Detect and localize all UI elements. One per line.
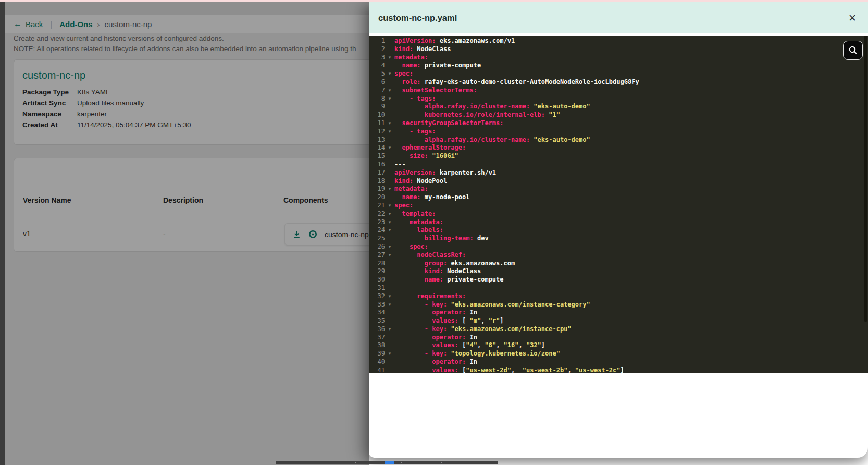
- yaml-code-editor[interactable]: 1apiVersion: eks.amazonaws.com/v12kind: …: [369, 36, 868, 373]
- fold-toggle-icon[interactable]: ▾: [385, 119, 394, 128]
- code-line: 11▾ securityGroupSelectorTerms:: [369, 119, 868, 128]
- code-line: 29 kind: NodeClass: [369, 267, 868, 276]
- line-number: 19: [369, 185, 385, 193]
- search-button[interactable]: [843, 41, 863, 60]
- fold-spacer: [385, 193, 394, 202]
- code-line: 39▾ - key: "topology.kubernetes.io/zone": [369, 350, 868, 358]
- code-line: 35 values: [ "m", "r"]: [369, 317, 868, 325]
- fold-toggle-icon[interactable]: ▾: [385, 243, 394, 251]
- code-text: securityGroupSelectorTerms:: [394, 119, 504, 128]
- fold-spacer: [385, 62, 394, 70]
- code-line: 33▾ - key: "eks.amazonaws.com/instance-c…: [369, 301, 868, 309]
- code-text: labels:: [394, 226, 443, 235]
- line-number: 10: [369, 111, 385, 119]
- line-number: 13: [369, 136, 385, 144]
- fold-toggle-icon[interactable]: ▾: [385, 95, 394, 103]
- code-text: metadata:: [394, 54, 428, 62]
- code-line: 23▾ metadata:: [369, 218, 868, 227]
- fold-toggle-icon[interactable]: ▾: [385, 128, 394, 136]
- editor-scrollbar[interactable]: [864, 36, 867, 322]
- line-number: 8: [369, 95, 385, 103]
- fold-toggle-icon[interactable]: ▾: [385, 54, 394, 62]
- fold-toggle-icon[interactable]: ▾: [385, 226, 394, 235]
- fold-toggle-icon[interactable]: ▾: [385, 210, 394, 218]
- line-number: 22: [369, 210, 385, 218]
- line-number: 11: [369, 119, 385, 128]
- fold-toggle-icon[interactable]: ▾: [385, 144, 394, 152]
- line-number: 21: [369, 202, 385, 210]
- close-icon[interactable]: ✕: [846, 12, 859, 24]
- code-line: 16---: [369, 161, 868, 169]
- code-text: metadata:: [394, 218, 443, 227]
- line-number: 16: [369, 161, 385, 169]
- code-text: - key: "topology.kubernetes.io/zone": [394, 350, 560, 358]
- code-line: 36▾ - key: "eks.amazonaws.com/instance-c…: [369, 325, 868, 334]
- line-number: 14: [369, 144, 385, 152]
- code-line: 12▾ - tags:: [369, 128, 868, 136]
- code-text: name: private-compute: [394, 62, 481, 70]
- code-line: 8▾ - tags:: [369, 95, 868, 103]
- fold-spacer: [385, 284, 394, 292]
- fold-spacer: [385, 267, 394, 276]
- modal-dim-overlay[interactable]: [0, 2, 369, 465]
- fold-toggle-icon[interactable]: ▾: [385, 87, 394, 95]
- fold-spacer: [385, 235, 394, 243]
- code-text: kind: NodeClass: [394, 45, 451, 54]
- code-text: - key: "eks.amazonaws.com/instance-cpu": [394, 325, 572, 334]
- fold-spacer: [385, 78, 394, 87]
- line-number: 17: [369, 169, 385, 177]
- line-number: 26: [369, 243, 385, 251]
- code-line: 7▾ subnetSelectorTerms:: [369, 87, 868, 95]
- code-text: - tags:: [394, 128, 436, 136]
- code-line: 25 billing-team: dev: [369, 235, 868, 243]
- line-number: 30: [369, 276, 385, 284]
- fold-toggle-icon[interactable]: ▾: [385, 251, 394, 260]
- code-line: 10 kubernetes.io/role/internal-elb: "1": [369, 111, 868, 119]
- fold-spacer: [385, 111, 394, 119]
- code-text: ---: [394, 161, 406, 169]
- line-number: 6: [369, 78, 385, 87]
- code-line: 5▾spec:: [369, 70, 868, 78]
- fold-spacer: [385, 152, 394, 161]
- code-line: 27▾ nodeClassRef:: [369, 251, 868, 260]
- fold-spacer: [385, 260, 394, 268]
- fold-toggle-icon[interactable]: ▾: [385, 325, 394, 334]
- fold-spacer: [385, 317, 394, 325]
- line-number: 27: [369, 251, 385, 260]
- line-number: 3: [369, 54, 385, 62]
- fold-toggle-icon[interactable]: ▾: [385, 70, 394, 78]
- code-line: 4 name: private-compute: [369, 62, 868, 70]
- yaml-file-drawer: custom-nc-np.yaml ✕ 1apiVersion: eks.ama…: [369, 2, 868, 458]
- code-text: size: "160Gi": [394, 152, 458, 161]
- fold-toggle-icon[interactable]: ▾: [385, 301, 394, 309]
- code-line: 40 operator: In: [369, 358, 868, 366]
- scrubber-tick: [441, 462, 442, 463]
- code-text: values: ["us-west-2d", "us-west-2b", "us…: [394, 366, 624, 373]
- code-text: template:: [394, 210, 436, 218]
- line-number: 5: [369, 70, 385, 78]
- code-text: kind: NodeClass: [394, 267, 481, 276]
- code-text: metadata:: [394, 185, 428, 193]
- code-line: 21▾spec:: [369, 202, 868, 210]
- video-scrubber[interactable]: [276, 461, 498, 464]
- line-number: 15: [369, 152, 385, 161]
- fold-toggle-icon[interactable]: ▾: [385, 202, 394, 210]
- fold-toggle-icon[interactable]: ▾: [385, 185, 394, 193]
- code-line: 38 values: ["4", "8", "16", "32"]: [369, 341, 868, 350]
- code-text: values: ["4", "8", "16", "32"]: [394, 341, 545, 350]
- fold-toggle-icon[interactable]: ▾: [385, 218, 394, 227]
- line-number: 32: [369, 292, 385, 301]
- line-number: 38: [369, 341, 385, 350]
- line-number: 37: [369, 334, 385, 342]
- code-line: 28 group: eks.amazonaws.com: [369, 260, 868, 268]
- code-line: 26▾ spec:: [369, 243, 868, 251]
- fold-toggle-icon[interactable]: ▾: [385, 350, 394, 358]
- code-line: 37 operator: In: [369, 334, 868, 342]
- line-number: 33: [369, 301, 385, 309]
- code-line: 14▾ ephemeralStorage:: [369, 144, 868, 152]
- scrubber-thumb[interactable]: [385, 461, 394, 464]
- fold-toggle-icon[interactable]: ▾: [385, 292, 394, 301]
- fold-spacer: [385, 366, 394, 373]
- line-number: 20: [369, 193, 385, 202]
- code-line: 15 size: "160Gi": [369, 152, 868, 161]
